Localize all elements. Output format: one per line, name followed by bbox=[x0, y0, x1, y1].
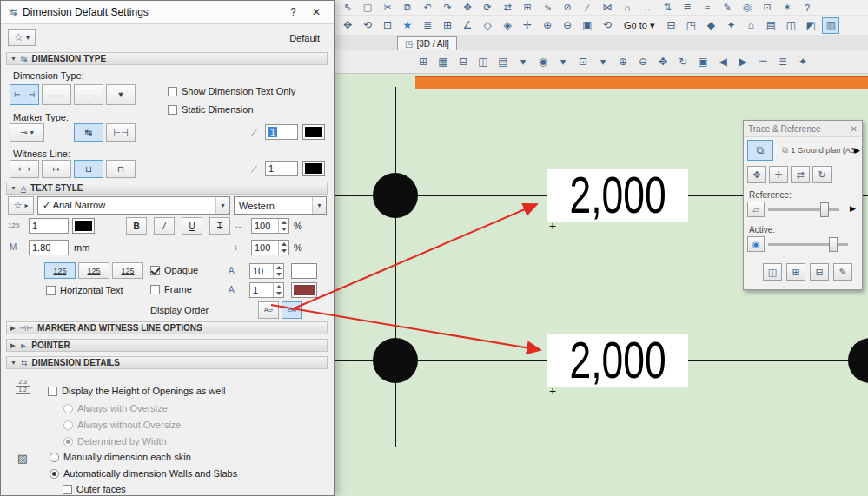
section-dimension-type[interactable]: ▼ ↹ DIMENSION TYPE bbox=[6, 52, 328, 65]
row-height-input[interactable]: 1.80 bbox=[29, 240, 69, 255]
drawing-canvas[interactable]: ⊞▦⊟◫▤▾◉▾⊡▾⊕⊖✥↻▣◀▶≔≣✦ 2,000 + 2,000 + Tra… bbox=[335, 50, 868, 496]
text-in-line-button[interactable]: 125 bbox=[78, 262, 109, 279]
dropdown-icon[interactable]: ▾ bbox=[554, 53, 572, 70]
section-tool-icon[interactable]: ◫ bbox=[474, 53, 492, 70]
spinner[interactable] bbox=[278, 219, 288, 233]
show-dimension-text-only-checkbox[interactable]: Show Dimension Text Only bbox=[168, 86, 295, 96]
help-icon[interactable]: ? bbox=[285, 6, 301, 18]
marker-style-combo[interactable]: ⊸ ▾ bbox=[10, 123, 44, 142]
fit-view-icon[interactable]: ▣ bbox=[694, 53, 712, 70]
linear-dimension-button[interactable]: ⊢↔⊣ bbox=[10, 84, 39, 105]
virtual-trace-icon[interactable]: ⊞ bbox=[414, 53, 432, 70]
pan-icon[interactable]: ✥ bbox=[654, 53, 672, 70]
gravity-icon[interactable]: ◇ bbox=[479, 17, 496, 34]
layers-icon[interactable]: ≣ bbox=[419, 17, 436, 34]
angle-icon[interactable]: ∠ bbox=[459, 17, 476, 34]
intersect-icon[interactable]: ⋈ bbox=[599, 1, 616, 14]
previous-view-icon[interactable]: ◀ bbox=[714, 53, 732, 70]
go-to-button[interactable]: Go to ▾ bbox=[619, 17, 659, 34]
reference-fill-button[interactable]: ▱ bbox=[747, 202, 765, 217]
font-pen-swatch[interactable] bbox=[72, 218, 95, 234]
multiply-icon[interactable]: ⊞ bbox=[519, 1, 536, 14]
redo-icon[interactable]: ↷ bbox=[439, 1, 456, 14]
fit-icon[interactable]: ▣ bbox=[579, 17, 596, 34]
reference-select[interactable]: ⧉ 1 Ground plan (A3 la... bbox=[780, 140, 857, 161]
rebuild-reference-button[interactable]: ↻ bbox=[812, 166, 832, 183]
grid-icon[interactable]: ▦ bbox=[434, 53, 452, 70]
zoom-in-icon[interactable]: ⊕ bbox=[539, 17, 556, 34]
marker-size-input[interactable]: 1 bbox=[265, 124, 298, 140]
static-dimension-checkbox[interactable]: Static Dimension bbox=[168, 104, 254, 115]
mark-up-icon[interactable]: ✦ bbox=[722, 17, 739, 34]
trim-icon[interactable]: ⊘ bbox=[559, 1, 576, 14]
witness-arrow-button[interactable]: ↦ bbox=[42, 160, 71, 178]
tab-3d-all[interactable]: ◳ [3D / All] bbox=[397, 36, 457, 50]
orbit-icon[interactable]: ↻ bbox=[674, 53, 692, 70]
italic-button[interactable]: / bbox=[154, 217, 175, 235]
level-dimension-button[interactable]: ▼ bbox=[106, 84, 136, 105]
next-view-icon[interactable]: ▶ bbox=[734, 53, 752, 70]
grid-bubble-3[interactable] bbox=[848, 338, 868, 383]
active-fill-button[interactable]: ◉ bbox=[747, 236, 765, 252]
dialog-titlebar[interactable]: ↹ Dimension Default Settings ? ✕ bbox=[1, 1, 334, 24]
strikethrough-button[interactable]: T bbox=[209, 217, 230, 235]
elevation-dimension-button[interactable]: →→ bbox=[74, 84, 103, 105]
pen-icon[interactable]: ✎ bbox=[719, 1, 736, 14]
element-list-icon[interactable]: ≣ bbox=[774, 53, 792, 70]
opaque-pen-input[interactable]: 10 bbox=[249, 263, 284, 279]
worksheet-tool-icon[interactable]: ▤ bbox=[494, 53, 512, 70]
orbit-tool-icon[interactable]: ⟲ bbox=[359, 17, 376, 34]
quick-options-icon[interactable]: ✦ bbox=[794, 53, 812, 70]
text-favorites-button[interactable]: ☆ ▸ bbox=[8, 196, 34, 215]
frame-pen-swatch[interactable] bbox=[291, 282, 317, 298]
help-icon[interactable]: ? bbox=[798, 1, 816, 14]
dropdown-icon[interactable]: ▾ bbox=[594, 53, 612, 70]
dimension-text-2[interactable]: 2,000 bbox=[547, 334, 688, 387]
resize-icon[interactable]: ↔ bbox=[639, 1, 656, 14]
marker-arrow-button[interactable]: ↹ bbox=[74, 123, 103, 142]
spinner[interactable] bbox=[273, 283, 283, 297]
frame-checkbox[interactable]: Frame bbox=[150, 284, 192, 294]
layout-icon[interactable]: ⊡ bbox=[574, 53, 592, 70]
detail-window-icon[interactable]: ◩ bbox=[802, 17, 819, 34]
manually-dimension-radio[interactable]: Manually dimension each skin bbox=[50, 452, 191, 462]
section-text-style[interactable]: ▼ A TEXT STYLE bbox=[6, 182, 328, 195]
mirror-icon[interactable]: ⇄ bbox=[499, 1, 516, 14]
lineweight-icon[interactable]: ≡ bbox=[699, 1, 716, 14]
worksheet-icon[interactable]: ▤ bbox=[762, 17, 779, 34]
grid-bubble-1[interactable] bbox=[373, 173, 418, 218]
stretch-icon[interactable]: ⇘ bbox=[539, 1, 556, 14]
text-above-line-button[interactable]: 125 bbox=[44, 262, 76, 279]
openings-height-checkbox[interactable]: Display the Height of Openings as well bbox=[48, 386, 225, 396]
zoom-out-icon[interactable]: ⊖ bbox=[559, 17, 576, 34]
wall-element[interactable] bbox=[415, 76, 868, 89]
trace-palette-titlebar[interactable]: Trace & Reference ✕ bbox=[744, 121, 862, 137]
frame-pen-input[interactable]: 1 bbox=[249, 282, 284, 298]
marker-pen-swatch[interactable] bbox=[302, 124, 325, 140]
automatically-dimension-radio[interactable]: Automatically dimension Walls and Slabs bbox=[50, 468, 237, 479]
encoding-select[interactable]: Western ▾ bbox=[234, 196, 327, 215]
spacing-input[interactable]: 100 bbox=[251, 218, 289, 234]
favorites-button[interactable]: ☆ ▾ bbox=[8, 29, 36, 46]
snap-icon[interactable]: ◈ bbox=[499, 17, 516, 34]
active-slider-handle[interactable] bbox=[829, 237, 838, 252]
drag-reference-button[interactable]: ✥ bbox=[747, 166, 766, 183]
horizontal-text-checkbox[interactable]: Horizontal Text bbox=[46, 285, 123, 295]
dropdown-icon[interactable]: ▾ bbox=[514, 53, 532, 70]
underline-button[interactable]: U bbox=[182, 217, 202, 235]
always-without-oversize-radio[interactable]: Always without Oversize bbox=[63, 420, 181, 430]
fillet-icon[interactable]: ∩ bbox=[619, 1, 636, 14]
swap-reference-button[interactable]: ⇄ bbox=[791, 166, 810, 183]
section-window-icon[interactable]: ◫ bbox=[782, 17, 799, 34]
font-select[interactable]: ✓ Arial Narrow ▾ bbox=[37, 196, 230, 215]
camera-tool-icon[interactable]: ◉ bbox=[534, 53, 552, 70]
make-transparent-button[interactable]: ⊞ bbox=[786, 263, 805, 281]
find-select-icon[interactable]: ◎ bbox=[739, 1, 756, 14]
undo-icon[interactable]: ↶ bbox=[419, 1, 436, 14]
bold-button[interactable]: B bbox=[126, 217, 147, 235]
story-icon[interactable]: ⊟ bbox=[662, 17, 679, 34]
previous-zoom-icon[interactable]: ⟲ bbox=[599, 17, 616, 34]
zoom-in-icon[interactable]: ⊕ bbox=[614, 53, 632, 70]
story-settings-icon[interactable]: ⊟ bbox=[454, 53, 472, 70]
guides-icon[interactable]: ✛ bbox=[519, 17, 536, 34]
